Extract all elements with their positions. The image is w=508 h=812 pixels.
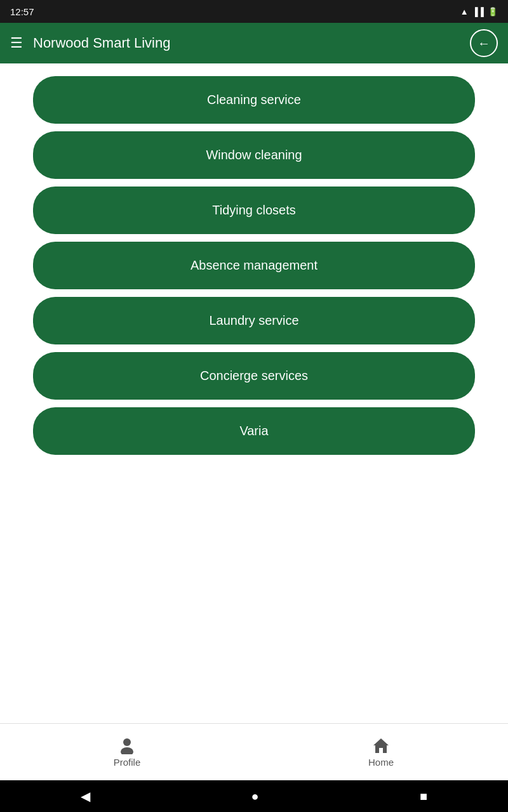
service-button-tidying-closets[interactable]: Tidying closets (33, 187, 475, 234)
signal-icon: ▐▐ (472, 7, 484, 16)
back-arrow-icon: ← (478, 36, 490, 51)
home-label: Home (368, 757, 394, 768)
nav-profile[interactable]: Profile (95, 737, 159, 768)
bottom-nav: Profile Home (0, 723, 508, 780)
android-recent-button[interactable]: ■ (407, 784, 440, 809)
service-button-varia[interactable]: Varia (33, 407, 475, 455)
profile-label: Profile (114, 757, 141, 768)
main-content: Cleaning serviceWindow cleaningTidying c… (0, 63, 508, 723)
battery-icon: 🔋 (488, 7, 498, 16)
svg-marker-2 (373, 738, 389, 753)
back-button[interactable]: ← (470, 29, 498, 57)
status-time: 12:57 (10, 6, 34, 17)
home-icon (372, 737, 390, 754)
android-home-button[interactable]: ● (238, 784, 271, 809)
wifi-icon: ▲ (460, 7, 469, 16)
hamburger-icon[interactable]: ☰ (10, 36, 23, 50)
service-button-cleaning-service[interactable]: Cleaning service (33, 76, 475, 124)
android-back-button[interactable]: ◀ (68, 783, 103, 809)
app-bar: ☰ Norwood Smart Living ← (0, 23, 508, 63)
profile-icon (118, 737, 136, 754)
nav-home[interactable]: Home (349, 737, 413, 768)
svg-point-1 (121, 747, 133, 754)
android-nav-bar: ◀ ● ■ (0, 780, 508, 812)
service-button-laundry-service[interactable]: Laundry service (33, 297, 475, 344)
service-button-concierge-services[interactable]: Concierge services (33, 352, 475, 400)
app-title: Norwood Smart Living (33, 35, 460, 51)
service-button-absence-management[interactable]: Absence management (33, 242, 475, 289)
svg-point-0 (123, 738, 131, 746)
service-button-window-cleaning[interactable]: Window cleaning (33, 131, 475, 179)
status-icons: ▲ ▐▐ 🔋 (460, 7, 498, 16)
status-bar: 12:57 ▲ ▐▐ 🔋 (0, 0, 508, 23)
